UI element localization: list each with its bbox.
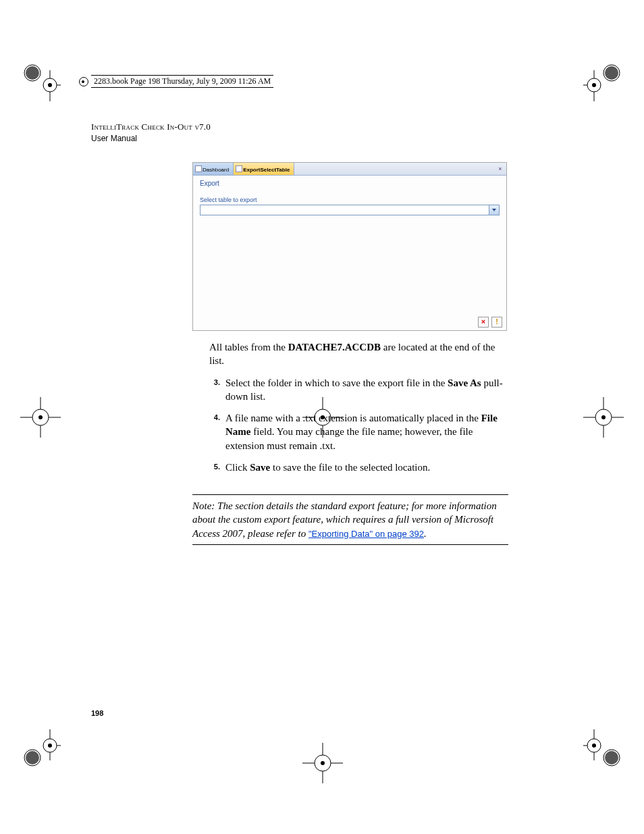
text: All tables from the [209, 342, 288, 353]
crop-mark-icon [20, 729, 61, 770]
step-number: 3. [205, 377, 220, 388]
text: to save the file to the selected locatio… [270, 462, 430, 473]
svg-point-31 [605, 751, 618, 764]
text-bold: Save [250, 462, 270, 473]
step-number: 5. [205, 462, 220, 472]
close-icon[interactable]: × [497, 163, 506, 175]
svg-point-15 [38, 415, 43, 419]
text: Click [225, 462, 250, 473]
text-bold: Save As [448, 377, 481, 388]
svg-point-1 [26, 66, 39, 80]
select-table-label: Select table to export [200, 197, 500, 203]
svg-point-29 [48, 744, 52, 748]
page-number: 198 [91, 709, 103, 717]
book-header: 2283.book Page 198 Thursday, July 9, 200… [91, 75, 273, 88]
body-paragraph: All tables from the DATACHE7.ACCDB are l… [209, 340, 506, 368]
select-table-dropdown[interactable] [200, 205, 500, 215]
text: A file name with a .txt extension is aut… [225, 413, 481, 423]
svg-point-7 [605, 66, 618, 80]
tab-dashboard[interactable]: Dashboard [193, 163, 234, 175]
cross-ref-link[interactable]: "Exporting Data" on page 392 [308, 529, 424, 539]
text-bold: DATACHE7.ACCDB [288, 342, 381, 353]
step-5: 5. Click Save to save the file to the se… [209, 461, 506, 474]
svg-point-11 [592, 83, 596, 87]
svg-point-39 [321, 761, 325, 765]
svg-point-19 [601, 415, 606, 419]
select-table-input[interactable] [200, 205, 489, 215]
text: Select the folder in which to save the e… [225, 377, 448, 388]
doc-subtitle: User Manual [91, 134, 564, 143]
svg-point-35 [592, 744, 596, 748]
doc-title: IntelliTrack Check In-Out v7.0 [91, 122, 564, 132]
tab-bar: Dashboard ExportSelectTable × [193, 163, 506, 176]
svg-point-25 [26, 751, 39, 764]
crop-mark-icon [583, 397, 624, 438]
step-4: 4. A file name with a .txt extension is … [209, 411, 506, 452]
svg-point-5 [48, 83, 52, 87]
embedded-screenshot: Dashboard ExportSelectTable × Export Sel… [192, 162, 507, 331]
error-x-icon: × [478, 317, 489, 328]
step-3: 3. Select the folder in which to save th… [209, 376, 506, 404]
crop-mark-icon [302, 743, 343, 783]
crop-mark-icon [20, 61, 61, 101]
section-title-export: Export [200, 180, 500, 187]
crop-mark-icon [583, 729, 624, 770]
chevron-down-icon[interactable] [489, 205, 499, 215]
text: field. You may change the file name; how… [225, 426, 473, 450]
note-text: . [424, 528, 427, 539]
warning-icon: ! [491, 317, 502, 328]
step-number: 4. [205, 413, 220, 423]
crop-mark-icon [583, 61, 624, 101]
note-block: Note: The section details the standard e… [192, 494, 508, 545]
crop-mark-icon [20, 397, 61, 438]
tab-export-select-table[interactable]: ExportSelectTable [234, 163, 294, 175]
